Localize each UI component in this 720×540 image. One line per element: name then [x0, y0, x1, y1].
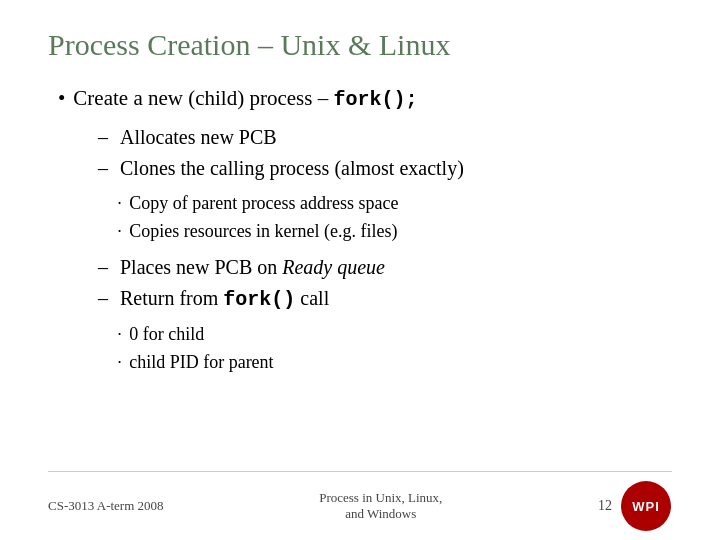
sub-sub-text-copy: Copy of parent process address space — [129, 190, 398, 218]
fork2-code: fork() — [223, 288, 295, 311]
slide: Process Creation – Unix & Linux • Create… — [0, 0, 720, 540]
bullet-dot-pid: • — [118, 356, 121, 377]
wpi-circle: WPI — [621, 481, 671, 531]
main-bullet: • Create a new (child) process – fork(); — [58, 84, 672, 114]
slide-content: • Create a new (child) process – fork();… — [48, 84, 672, 471]
main-bullet-text: Create a new (child) process – fork(); — [73, 84, 417, 114]
dash-icon-2: – — [98, 153, 108, 184]
title-text: Process Creation – Unix & Linux — [48, 28, 450, 61]
wpi-logo: WPI — [620, 480, 672, 532]
final-sub-bullets: • 0 for child • child PID for parent — [58, 321, 672, 377]
sub-bullets-1: – Allocates new PCB – Clones the calling… — [58, 122, 672, 184]
sub-sub-text-pid: child PID for parent — [129, 349, 273, 377]
footer-center-line2: and Windows — [319, 506, 442, 522]
footer-center-line1: Process in Unix, Linux, — [319, 490, 442, 506]
footer-right: 12 WPI — [598, 480, 672, 532]
sub-bullet-clones-text: Clones the calling process (almost exact… — [120, 153, 464, 184]
sub-bullet-places-text: Places new PCB on Ready queue — [120, 252, 385, 283]
return-prefix: Return from — [120, 287, 223, 309]
svg-text:WPI: WPI — [632, 499, 660, 514]
dash-icon-3: – — [98, 252, 108, 283]
ready-queue-italic: Ready queue — [282, 256, 385, 278]
places-prefix: Places new PCB on — [120, 256, 282, 278]
slide-footer: CS-3013 A-term 2008 Process in Unix, Lin… — [48, 471, 672, 540]
sub-sub-bullet-copy: • Copy of parent process address space — [118, 190, 672, 218]
bullet-dot-copy: • — [118, 197, 121, 218]
bullet-dot-zero: • — [118, 328, 121, 349]
sub-bullet-allocates-text: Allocates new PCB — [120, 122, 277, 153]
fork-code: fork(); — [333, 88, 417, 111]
sub-bullet-clones: – Clones the calling process (almost exa… — [98, 153, 672, 184]
slide-title: Process Creation – Unix & Linux — [48, 28, 672, 62]
wpi-logo-svg: WPI — [623, 483, 669, 529]
sub-sub-bullet-pid: • child PID for parent — [118, 349, 672, 377]
bullet-dot-resources: • — [118, 225, 121, 246]
sub-sub-text-resources: Copies resources in kernel (e.g. files) — [129, 218, 397, 246]
sub-bullets-2: – Places new PCB on Ready queue – Return… — [58, 252, 672, 315]
sub-bullet-allocates: – Allocates new PCB — [98, 122, 672, 153]
dash-icon-1: – — [98, 122, 108, 153]
footer-center: Process in Unix, Linux, and Windows — [319, 490, 442, 522]
sub-sub-bullet-zero: • 0 for child — [118, 321, 672, 349]
sub-bullet-places: – Places new PCB on Ready queue — [98, 252, 672, 283]
page-number: 12 — [598, 498, 612, 514]
footer-course: CS-3013 A-term 2008 — [48, 498, 164, 514]
dash-icon-4: – — [98, 283, 108, 315]
sub-bullet-return: – Return from fork() call — [98, 283, 672, 315]
sub-sub-bullet-resources: • Copies resources in kernel (e.g. files… — [118, 218, 672, 246]
sub-bullet-return-text: Return from fork() call — [120, 283, 329, 315]
main-bullet-prefix: Create a new (child) process – — [73, 86, 333, 110]
bullet-dot-main: • — [58, 84, 65, 113]
return-suffix: call — [295, 287, 329, 309]
sub-sub-bullets: • Copy of parent process address space •… — [58, 190, 672, 246]
sub-sub-text-zero: 0 for child — [129, 321, 204, 349]
